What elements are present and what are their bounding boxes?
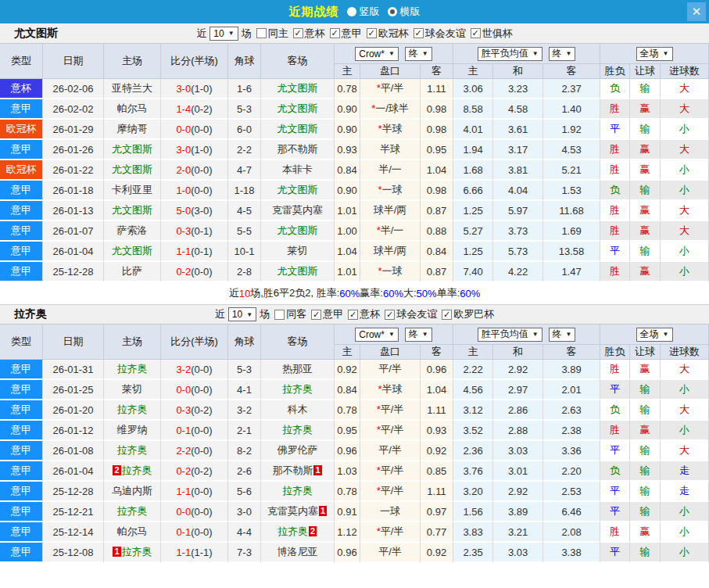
- corner-score: 4-5: [228, 201, 261, 221]
- competition-checkbox-list: ✓意甲✓意杯✓球会友谊✓欧罗巴杯: [306, 307, 494, 321]
- same-venue-checkbox[interactable]: [256, 28, 267, 38]
- horizontal-layout-label[interactable]: 横版: [400, 5, 421, 19]
- home-team: 尤文图斯: [104, 160, 161, 181]
- handicap-outcome: 输: [630, 482, 661, 502]
- avg-state-select[interactable]: 终▼: [549, 47, 576, 61]
- corner-score: 4-4: [228, 522, 261, 543]
- away-odds: 1.04: [421, 160, 453, 181]
- vertical-layout-label[interactable]: 竖版: [360, 5, 380, 19]
- scope-select[interactable]: 全场▼: [636, 47, 673, 61]
- avg-home-odds: 1.25: [453, 242, 493, 262]
- odds-company-select[interactable]: Crow*▼: [355, 328, 399, 342]
- same-venue-checkbox[interactable]: [274, 310, 285, 320]
- check-icon[interactable]: ✓: [471, 28, 481, 38]
- summary-segment: 大:: [403, 286, 417, 300]
- handicap: *平/半: [360, 522, 421, 543]
- goals-outcome: 大: [661, 360, 709, 380]
- odds-company-select[interactable]: Crow*▼: [355, 47, 399, 61]
- competition-label[interactable]: 意甲: [342, 27, 362, 41]
- away-odds: 0.88: [421, 221, 453, 242]
- away-team: 拉齐奥2: [261, 522, 335, 543]
- home-odds: 1.04: [335, 242, 360, 262]
- competition-label[interactable]: 球会友谊: [396, 307, 437, 321]
- handicap-outcome: 赢: [630, 221, 661, 242]
- avg-draw-odds: 4.04: [493, 181, 543, 201]
- odds-state-select[interactable]: 终▼: [405, 47, 432, 61]
- corner-score: 1-6: [228, 79, 261, 99]
- result-outcome: 负: [600, 400, 630, 421]
- vertical-layout-radio[interactable]: [347, 7, 356, 16]
- handicap-outcome: 输: [630, 242, 661, 262]
- goals-outcome: 大: [661, 99, 709, 120]
- handicap: 半/一: [360, 160, 421, 181]
- rank-badge: 2: [113, 465, 120, 475]
- check-icon[interactable]: ✓: [348, 310, 358, 320]
- match-score: 1-1(0-1): [161, 242, 228, 262]
- match-date: 26-01-07: [43, 221, 104, 242]
- match-date: 26-01-20: [43, 400, 104, 421]
- col-avg-home: 主: [453, 64, 493, 79]
- handicap: *平/半: [360, 482, 421, 502]
- avg-odds-select[interactable]: 胜平负均值▼: [478, 328, 542, 342]
- team-section-juventus: 尤文图斯 近 10▼ 场 同主 ✓意杯✓意甲✓欧冠杯✓球会友谊✓世俱杯 类型: [0, 23, 709, 304]
- avg-state-select[interactable]: 终▼: [549, 328, 576, 342]
- competition-label[interactable]: 意杯: [360, 307, 380, 321]
- check-icon[interactable]: ✓: [414, 28, 424, 38]
- competition-label[interactable]: 欧冠杯: [378, 27, 409, 41]
- avg-draw-odds: 2.97: [493, 380, 543, 400]
- odds-state-select[interactable]: 终▼: [405, 328, 432, 342]
- handicap: *平/半: [360, 79, 421, 99]
- match-date: 26-01-04: [43, 242, 104, 262]
- home-odds: 1.01: [335, 201, 360, 221]
- away-team: 科木: [261, 400, 335, 421]
- match-type-badge: 意甲: [0, 360, 43, 380]
- competition-label[interactable]: 意杯: [305, 27, 325, 41]
- chevron-down-icon: ▼: [566, 50, 572, 57]
- check-icon[interactable]: ✓: [311, 310, 321, 320]
- avg-away-odds: 4.53: [543, 140, 600, 160]
- match-type-badge: 意甲: [0, 522, 43, 543]
- avg-odds-select[interactable]: 胜平负均值▼: [478, 47, 542, 61]
- competition-label[interactable]: 欧罗巴杯: [453, 307, 494, 321]
- matches-table: 类型 日期 主场 比分(半场) 角球 客场 Crow*▼ 终▼ 胜平负均值▼ 终…: [0, 324, 709, 563]
- result-outcome: 胜: [600, 221, 630, 242]
- handicap: *一球: [360, 181, 421, 201]
- rank-badge: 1: [113, 547, 120, 557]
- avg-home-odds: 3.06: [453, 79, 493, 99]
- home-team: 亚特兰大: [104, 79, 161, 99]
- summary-segment: 近: [229, 286, 239, 300]
- team-name: 尤文图斯: [14, 27, 58, 41]
- match-row: 意甲26-01-26尤文图斯3-0(1-0)2-2那不勒斯0.93半球0.951…: [0, 140, 709, 160]
- check-icon[interactable]: ✓: [293, 28, 303, 38]
- avg-home-odds: 7.40: [453, 262, 493, 282]
- match-type-badge: 意甲: [0, 242, 43, 262]
- check-icon[interactable]: ✓: [385, 310, 395, 320]
- scope-select[interactable]: 全场▼: [636, 328, 673, 342]
- check-icon[interactable]: ✓: [330, 28, 340, 38]
- near-count-select[interactable]: 10▼: [209, 27, 238, 41]
- competition-label[interactable]: 意甲: [323, 307, 343, 321]
- goals-outcome: 小: [661, 421, 709, 441]
- avg-away-odds: 3.89: [543, 360, 600, 380]
- away-team: 莱切: [261, 242, 335, 262]
- near-label: 近: [196, 27, 206, 41]
- check-icon[interactable]: ✓: [442, 310, 452, 320]
- handicap-outcome: 赢: [630, 140, 661, 160]
- near-count-select[interactable]: 10▼: [228, 307, 256, 321]
- goals-outcome: 小: [661, 543, 709, 563]
- corner-score: 1-18: [228, 181, 261, 201]
- competition-label[interactable]: 球会友谊: [425, 27, 466, 41]
- check-icon[interactable]: ✓: [367, 28, 377, 38]
- away-team: 博洛尼亚: [261, 543, 335, 563]
- horizontal-layout-radio[interactable]: [388, 7, 397, 16]
- corner-score: 6-0: [228, 120, 261, 140]
- home-odds: 1.03: [335, 461, 360, 482]
- competition-label[interactable]: 世俱杯: [482, 27, 513, 41]
- avg-draw-odds: 3.89: [493, 502, 543, 522]
- close-icon[interactable]: ✕: [687, 2, 706, 21]
- corner-score: 4-1: [228, 380, 261, 400]
- result-outcome: 负: [600, 79, 630, 99]
- recent-results-window: 近期战绩 竖版 横版 ✕ 尤文图斯 近 10▼ 场 同主 ✓意杯✓意甲✓欧冠杯✓…: [0, 0, 709, 588]
- layout-radio-group: 竖版 横版: [339, 5, 421, 19]
- handicap: 平/半: [360, 360, 421, 380]
